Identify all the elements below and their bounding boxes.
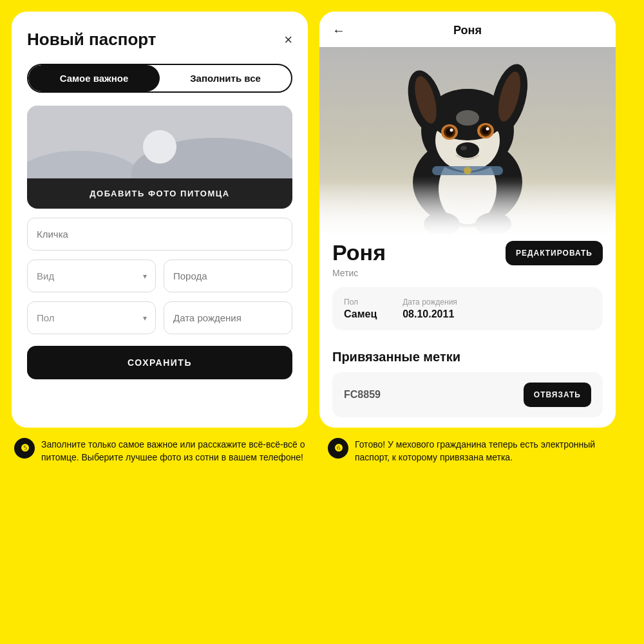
page-container: Новый паспорт × Самое важное Заполнить в… bbox=[0, 0, 644, 644]
pet-name-header: Роня bbox=[353, 24, 582, 37]
instruction-5-text: Заполните только самое важное или расска… bbox=[41, 438, 316, 464]
tags-title: Привязанные метки bbox=[332, 350, 603, 365]
tab-important[interactable]: Самое важное bbox=[28, 65, 160, 91]
save-button[interactable]: СОХРАНИТЬ bbox=[27, 346, 292, 379]
instruction-5: ❺ Заполните только самое важное или расс… bbox=[14, 438, 316, 464]
species-wrapper: Вид ▾ bbox=[27, 260, 156, 292]
pet-breed: Метис bbox=[332, 268, 603, 278]
tag-row: FC8859 ОТВЯЗАТЬ bbox=[332, 372, 603, 417]
tab-fill-all[interactable]: Заполнить все bbox=[160, 65, 291, 91]
landscape-sun bbox=[143, 130, 176, 164]
svg-point-21 bbox=[456, 110, 479, 126]
gender-info: Пол Самец bbox=[344, 298, 377, 320]
svg-point-19 bbox=[456, 142, 479, 158]
info-row: Пол Самец Дата рождения 08.10.2011 bbox=[344, 298, 591, 320]
svg-point-14 bbox=[450, 129, 453, 132]
left-card: Новый паспорт × Самое важное Заполнить в… bbox=[12, 12, 308, 428]
svg-point-18 bbox=[486, 128, 489, 131]
birthdate-info: Дата рождения 08.10.2011 bbox=[402, 298, 457, 320]
gender-birthdate-row: Пол ▾ bbox=[27, 301, 292, 334]
back-arrow-icon[interactable]: ← bbox=[332, 23, 345, 38]
svg-point-20 bbox=[460, 146, 467, 151]
instruction-6: ❻ Готово! У мехового гражданина теперь е… bbox=[328, 438, 630, 464]
svg-point-23 bbox=[464, 167, 471, 175]
tag-id: FC8859 bbox=[344, 389, 381, 401]
pet-info-overlay: Роня РЕДАКТИРОВАТЬ Метис Пол Самец Дата … bbox=[319, 234, 616, 350]
birthdate-value: 08.10.2011 bbox=[402, 308, 457, 320]
photo-fade bbox=[319, 182, 616, 234]
photo-area: ДОБАВИТЬ ФОТО ПИТОМЦА bbox=[27, 106, 292, 209]
gender-wrapper: Пол ▾ bbox=[27, 301, 156, 334]
birthdate-input[interactable] bbox=[164, 301, 292, 334]
cards-row: Новый паспорт × Самое важное Заполнить в… bbox=[0, 0, 644, 428]
edit-button[interactable]: РЕДАКТИРОВАТЬ bbox=[506, 241, 603, 265]
gender-value: Самец bbox=[344, 308, 377, 320]
species-breed-row: Вид ▾ bbox=[27, 260, 292, 292]
info-card: Пол Самец Дата рождения 08.10.2011 bbox=[332, 287, 603, 330]
birthdate-wrapper bbox=[164, 301, 292, 334]
close-button[interactable]: × bbox=[284, 33, 292, 47]
breed-wrapper bbox=[164, 260, 292, 292]
tab-switcher: Самое важное Заполнить все bbox=[27, 64, 292, 93]
add-photo-button[interactable]: ДОБАВИТЬ ФОТО ПИТОМЦА bbox=[27, 178, 292, 209]
instruction-6-text: Готово! У мехового гражданина теперь ест… bbox=[355, 438, 630, 464]
bottom-instructions-row: ❺ Заполните только самое важное или расс… bbox=[0, 428, 644, 475]
gender-label: Пол bbox=[344, 298, 377, 307]
pet-name-big: Роня bbox=[332, 240, 386, 265]
step-5-badge: ❺ bbox=[14, 438, 35, 459]
right-card-header: ← Роня bbox=[319, 12, 616, 47]
birthdate-label: Дата рождения bbox=[402, 298, 457, 307]
dog-photo-area bbox=[319, 47, 616, 234]
pet-name-row: Роня РЕДАКТИРОВАТЬ bbox=[332, 240, 603, 265]
step-6-badge: ❻ bbox=[328, 438, 348, 459]
nickname-input[interactable] bbox=[27, 218, 292, 251]
unbind-button[interactable]: ОТВЯЗАТЬ bbox=[524, 383, 591, 407]
card-header: Новый паспорт × bbox=[27, 30, 292, 50]
tags-section: Привязанные метки FC8859 ОТВЯЗАТЬ bbox=[319, 350, 616, 428]
species-select[interactable]: Вид bbox=[27, 260, 156, 292]
card-title: Новый паспорт bbox=[27, 30, 156, 50]
breed-input[interactable] bbox=[164, 260, 292, 292]
right-card: ← Роня bbox=[319, 12, 616, 428]
gender-select[interactable]: Пол bbox=[27, 301, 156, 334]
form-group bbox=[27, 218, 292, 251]
